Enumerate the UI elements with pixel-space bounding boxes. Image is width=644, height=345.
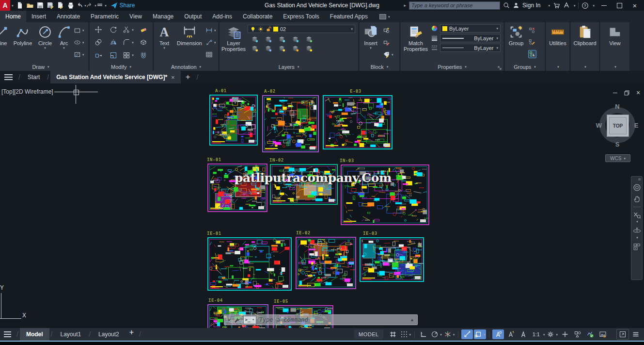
linetype-dropdown[interactable]: ByLayer ▾ [440,44,501,52]
sheet-label-ie-04[interactable]: IE-04 [208,298,223,303]
drawing-close-icon[interactable]: × [635,89,642,96]
ribbon-tab-featured-apps[interactable]: Featured Apps [325,11,373,22]
text-button[interactable]: A Text ▾ [154,22,174,63]
linear-dimension-button[interactable]: ▾ [205,27,216,34]
rotate-button[interactable] [106,23,121,36]
sheet-label-a-02[interactable]: A-02 [264,89,276,94]
viewcube-west[interactable]: W [595,122,603,129]
sheet-label-ie-02[interactable]: IE-02 [296,230,311,235]
sheet-label-e-03[interactable]: E-03 [350,89,361,94]
new-drawing-tab-button[interactable]: + [181,71,195,83]
object-snap-button[interactable]: ▾ [474,329,486,339]
sheet-label-a-01[interactable]: A-01 [215,88,227,93]
clean-screen-button[interactable] [597,329,609,339]
match-properties-button[interactable]: Match Properties [401,22,431,63]
sign-in-arrow-icon[interactable]: ▾ [548,4,550,7]
drawing-sheet-ie-02[interactable] [296,237,356,289]
line-button[interactable]: Line [0,22,11,63]
edit-block-button[interactable] [383,39,393,46]
group-edit-button[interactable] [528,38,536,46]
layer-make-current-button[interactable] [302,34,315,44]
file-tab-close-icon[interactable]: × [171,74,175,81]
offset-button[interactable] [136,49,151,62]
panel-block-footer[interactable]: Block▾ [360,63,399,71]
drawing-sheet-ie-03[interactable] [360,237,424,282]
layout-tab-layout1[interactable]: Layout1 [54,328,87,341]
move-button[interactable] [91,23,106,36]
drawing-sheet-a-02[interactable] [262,95,319,152]
array-button[interactable]: ▾ [121,49,136,62]
panel-view-footer[interactable]: ▾ [600,63,629,71]
ribbon-tab-add-ins[interactable]: Add-ins [207,11,237,22]
plot-button[interactable] [66,0,76,10]
ribbon-tab-annotate[interactable]: Annotate [51,11,85,22]
redo-button[interactable]: ▾ [87,0,96,10]
layout-menu-icon[interactable] [0,331,15,337]
sign-in-button[interactable]: Sign In [522,2,540,9]
group-button[interactable]: Group [505,22,527,63]
orbit-button[interactable]: ▾ [633,227,641,239]
lineweight-dropdown[interactable]: ByLayer ▾ [440,34,501,42]
viewcube-face[interactable]: TOP [607,115,629,137]
export-button[interactable] [56,0,65,10]
panel-annotation-footer[interactable]: Annotation▾ [154,63,218,71]
dimension-button[interactable]: Dimension [174,22,204,63]
layer-on-bulb-icon[interactable] [250,26,256,32]
ribbon-tab-manage[interactable]: Manage [147,11,179,22]
layer-isolate-button[interactable] [261,34,275,44]
trim-button[interactable]: ▾ [121,23,136,36]
ellipse-button[interactable]: ▾ [74,39,84,46]
drawing-minimize-icon[interactable] [612,89,618,96]
command-close-icon[interactable]: × [227,317,231,323]
arc-button[interactable]: Arc ▾ [55,22,73,63]
graphics-performance-button[interactable] [584,329,596,339]
polar-tracking-button[interactable]: ▾ [430,329,442,339]
command-line[interactable]: × >_▾ Type a command ▲ [224,314,418,325]
layer-on-button[interactable] [248,44,261,53]
layer-freeze-button[interactable] [275,34,288,44]
layer-dropdown[interactable]: 02 ▾ [248,25,355,33]
ribbon-tab-view[interactable]: View [124,11,147,22]
ribbon-tab-express-tools[interactable]: Express Tools [278,11,324,22]
help-icon[interactable]: ? [581,2,589,9]
panel-layers-footer[interactable]: Layers▾ [220,63,358,71]
layer-properties-button[interactable]: Layer Properties [220,22,248,63]
grid-display-button[interactable] [387,329,399,339]
table-button[interactable] [205,51,216,58]
viewcube-east[interactable]: E [632,122,640,129]
annotation-scale-button[interactable]: 1:1▾ [530,329,546,339]
drawing-sheet-e-03[interactable] [323,95,393,149]
maximize-button[interactable] [613,0,626,11]
annotation-scale-flyout-button[interactable] [518,329,529,339]
new-file-button[interactable] [16,0,25,10]
app-store-cart-icon[interactable] [553,2,560,9]
leader-button[interactable]: ▾ [205,39,216,46]
sheet-label-ie-05[interactable]: IE-05 [274,299,288,304]
layer-thaw-button[interactable] [275,44,288,53]
clipboard-button[interactable]: Clipboard [571,22,599,63]
layer-unlock-button[interactable] [288,44,302,53]
autodesk-arrow-icon[interactable]: ▾ [574,4,576,7]
panel-groups-footer[interactable]: Groups▾ [505,63,545,71]
properties-dialog-launcher-icon[interactable] [498,66,502,70]
isolate-objects-button[interactable] [572,329,583,339]
object-color-dropdown[interactable]: ByLayer ▾ [440,24,501,33]
view-button[interactable]: View [600,22,629,63]
ungroup-button[interactable] [528,27,536,34]
hatch-button[interactable]: ▾ [74,51,84,58]
explode-button[interactable] [136,36,151,49]
layer-merge-button[interactable] [302,44,315,53]
polyline-button[interactable]: Polyline [11,22,35,63]
utilities-button[interactable]: Utilities [546,22,569,63]
sheet-label-in-03[interactable]: IN-03 [340,158,354,163]
layer-unlock-icon[interactable] [266,26,271,32]
pan-hand-button[interactable] [633,195,641,203]
ribbon-tab-parametric[interactable]: Parametric [85,11,124,22]
file-tab-active[interactable]: Gas Station And Vehicle Service [DWG]*× [50,71,181,83]
panel-modify-footer[interactable]: Modify▾ [90,63,153,71]
save-as-button[interactable] [46,0,55,10]
autodesk-a-icon[interactable] [563,2,570,9]
viewport-controls[interactable]: [Top][2D Wireframe] [1,88,53,95]
collapse-search-icon[interactable]: ▸ [404,3,407,8]
new-layout-button[interactable]: + [126,328,138,341]
